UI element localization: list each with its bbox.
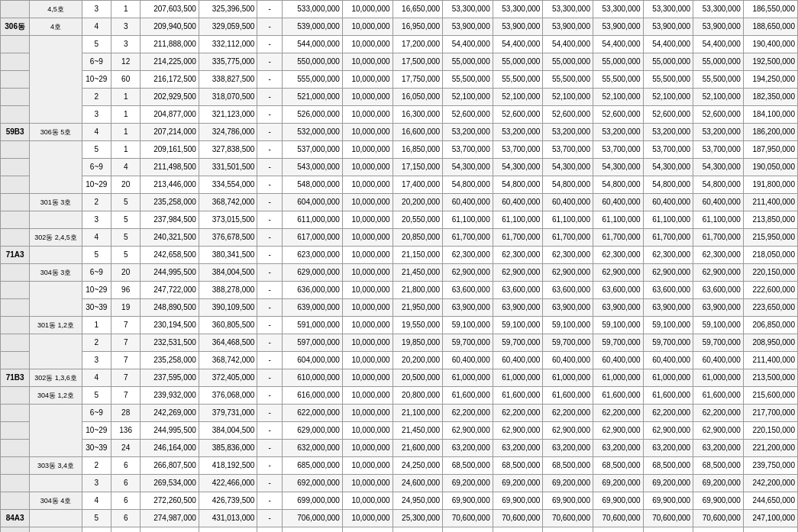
group-cell: 71B3 bbox=[1, 369, 30, 387]
r3-cell: 55,000,000 bbox=[543, 53, 593, 71]
contract-cell: 632,000,000 bbox=[283, 440, 343, 457]
group-cell bbox=[1, 527, 30, 533]
table-row: 27232,531,500364,468,500-597,000,00010,0… bbox=[1, 334, 798, 352]
group-cell bbox=[1, 405, 30, 422]
total-cell: 182,350,000 bbox=[743, 89, 797, 106]
count-cell: 136 bbox=[111, 422, 141, 440]
r2-cell: 63,200,000 bbox=[493, 440, 543, 457]
total-cell: 194,250,000 bbox=[743, 71, 797, 89]
max-cell: 435,286,500 bbox=[199, 527, 257, 533]
r4-cell: 55,000,000 bbox=[593, 53, 643, 71]
r6-cell: 53,300,000 bbox=[693, 1, 744, 18]
balance-cell: 16,850,000 bbox=[393, 141, 443, 159]
floor-cell: 10~29 bbox=[82, 422, 111, 440]
r2-cell: 53,200,000 bbox=[493, 124, 543, 141]
r1-cell: 63,900,000 bbox=[443, 299, 493, 317]
middle-cell: 10,000,000 bbox=[342, 317, 393, 334]
group-cell bbox=[1, 387, 30, 405]
floor-cell: 30~39 bbox=[82, 440, 111, 457]
contract-cell: 604,000,000 bbox=[283, 352, 343, 369]
r4-cell: 60,400,000 bbox=[593, 352, 643, 369]
count-cell: 6 bbox=[111, 475, 141, 492]
r1-cell: 61,700,000 bbox=[443, 229, 493, 247]
r5-cell: 62,900,000 bbox=[643, 264, 693, 282]
price-table: 4,5호31207,603,500325,396,500-533,000,000… bbox=[0, 0, 798, 532]
r1-cell: 71,300,000 bbox=[443, 527, 493, 533]
r2-cell: 60,400,000 bbox=[493, 352, 543, 369]
balance-cell: 21,800,000 bbox=[393, 282, 443, 299]
r5-cell: 54,300,000 bbox=[643, 159, 693, 176]
r6-cell: 63,600,000 bbox=[693, 282, 744, 299]
r2-cell: 69,200,000 bbox=[493, 475, 543, 492]
total-cell: 188,650,000 bbox=[743, 18, 797, 36]
balcony-cell: - bbox=[257, 71, 283, 89]
r4-cell: 71,300,000 bbox=[593, 527, 643, 533]
r6-cell: 54,400,000 bbox=[693, 36, 744, 53]
r1-cell: 55,000,000 bbox=[443, 53, 493, 71]
r3-cell: 60,400,000 bbox=[543, 194, 593, 211]
r6-cell: 54,800,000 bbox=[693, 176, 744, 194]
balcony-cell: - bbox=[257, 405, 283, 422]
count-cell: 4 bbox=[111, 159, 141, 176]
middle-cell: 10,000,000 bbox=[342, 264, 393, 282]
count-cell: 24 bbox=[111, 440, 141, 457]
balcony-cell: - bbox=[257, 141, 283, 159]
max-cell: 338,827,500 bbox=[199, 71, 257, 89]
subgroup-cell bbox=[30, 211, 82, 229]
balcony-cell: - bbox=[257, 475, 283, 492]
floor-cell: 6~9 bbox=[82, 159, 111, 176]
group-cell bbox=[1, 457, 30, 475]
balance-cell: 24,600,000 bbox=[393, 475, 443, 492]
r5-cell: 63,900,000 bbox=[643, 299, 693, 317]
min-cell: 232,531,500 bbox=[141, 334, 199, 352]
min-cell: 269,534,000 bbox=[141, 475, 199, 492]
max-cell: 334,554,000 bbox=[199, 176, 257, 194]
r5-cell: 62,900,000 bbox=[643, 422, 693, 440]
min-cell: 211,888,000 bbox=[141, 36, 199, 53]
r5-cell: 63,200,000 bbox=[643, 440, 693, 457]
r6-cell: 63,900,000 bbox=[693, 299, 744, 317]
contract-cell: 629,000,000 bbox=[283, 264, 343, 282]
total-cell: 242,200,000 bbox=[743, 475, 797, 492]
floor-cell: 6~9 bbox=[82, 53, 111, 71]
r6-cell: 54,300,000 bbox=[693, 159, 744, 176]
table-row: 302동 2,4,5호45240,321,500376,678,500-617,… bbox=[1, 229, 798, 247]
r3-cell: 53,200,000 bbox=[543, 124, 593, 141]
r1-cell: 54,800,000 bbox=[443, 176, 493, 194]
max-cell: 360,805,500 bbox=[199, 317, 257, 334]
r3-cell: 52,100,000 bbox=[543, 89, 593, 106]
contract-cell: 550,000,000 bbox=[283, 53, 343, 71]
balance-cell: 19,550,000 bbox=[393, 317, 443, 334]
count-cell: 7 bbox=[111, 352, 141, 369]
max-cell: 332,112,000 bbox=[199, 36, 257, 53]
min-cell: 272,260,500 bbox=[141, 492, 199, 510]
max-cell: 390,109,500 bbox=[199, 299, 257, 317]
subgroup-cell bbox=[30, 247, 82, 264]
max-cell: 422,466,000 bbox=[199, 475, 257, 492]
total-cell: 208,950,000 bbox=[743, 334, 797, 352]
r4-cell: 62,200,000 bbox=[593, 405, 643, 422]
r1-cell: 69,200,000 bbox=[443, 475, 493, 492]
count-cell: 6 bbox=[111, 457, 141, 475]
r3-cell: 61,700,000 bbox=[543, 229, 593, 247]
floor-cell: 30~39 bbox=[82, 299, 111, 317]
table-row: 30~3919248,890,500390,109,500-639,000,00… bbox=[1, 299, 798, 317]
r2-cell: 52,100,000 bbox=[493, 89, 543, 106]
r5-cell: 70,600,000 bbox=[643, 510, 693, 527]
floor-cell: 10~29 bbox=[82, 71, 111, 89]
balcony-cell: - bbox=[257, 36, 283, 53]
group-cell bbox=[1, 141, 30, 159]
floor-cell: 4 bbox=[82, 229, 111, 247]
r3-cell: 59,100,000 bbox=[543, 317, 593, 334]
min-cell: 242,658,500 bbox=[141, 247, 199, 264]
balance-cell: 17,750,000 bbox=[393, 71, 443, 89]
r4-cell: 54,800,000 bbox=[593, 176, 643, 194]
contract-cell: 692,000,000 bbox=[283, 475, 343, 492]
r4-cell: 52,100,000 bbox=[593, 89, 643, 106]
r4-cell: 61,100,000 bbox=[593, 211, 643, 229]
r5-cell: 68,500,000 bbox=[643, 457, 693, 475]
r4-cell: 62,900,000 bbox=[593, 422, 643, 440]
r2-cell: 61,000,000 bbox=[493, 369, 543, 387]
balance-cell: 20,500,000 bbox=[393, 369, 443, 387]
middle-cell: 10,000,000 bbox=[342, 1, 393, 18]
